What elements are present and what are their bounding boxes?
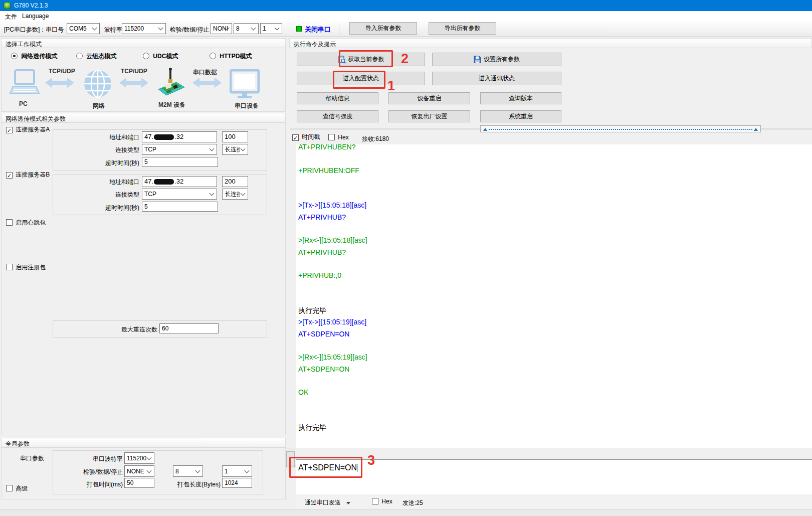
g-databits-select[interactable]: 8 <box>173 465 203 477</box>
databits-select[interactable]: 8 <box>234 23 259 34</box>
button-label: 进入配置状态 <box>343 74 379 83</box>
diagram-node-serial-label: 串口设备 <box>235 102 259 110</box>
server-a-conn-select[interactable]: 长连接 <box>222 144 248 155</box>
server-b-port-input[interactable]: 200 <box>222 176 248 187</box>
conn-value: 长连接 <box>225 145 240 154</box>
query-version-button[interactable]: 查询版本 <box>480 92 561 104</box>
type-value: TCP <box>144 146 156 153</box>
server-b-type-select[interactable]: TCP <box>142 189 217 200</box>
radio-mode-cloud[interactable]: 云组态模式 <box>76 53 114 62</box>
hex-label: Hex <box>381 498 392 505</box>
g-parity-select[interactable]: NONE <box>124 465 154 477</box>
server-a-ip-input[interactable]: 47..32 <box>142 131 217 142</box>
send-via-serial-button[interactable]: 通过串口发送 <box>305 498 350 507</box>
log-output[interactable]: AT+PRIVHUBEN? +PRIVHUBEN:OFF >[Tx->][15:… <box>296 144 812 448</box>
log-line <box>298 293 812 305</box>
log-line <box>298 153 812 164</box>
advanced-checkbox[interactable]: 高级 <box>6 485 26 494</box>
g-stopbits-select[interactable]: 1 <box>222 465 252 477</box>
hex-send-checkbox[interactable]: Hex <box>372 498 391 506</box>
m2m-device-icon <box>153 67 187 100</box>
reconnect-input[interactable]: 60 <box>159 323 219 333</box>
log-line: +PRIVHUB:,0 <box>298 270 812 281</box>
export-params-button[interactable]: 导出所有参数 <box>429 22 496 35</box>
server-b-checkbox[interactable]: ✓ 连接服务器B <box>6 171 48 180</box>
log-line: AT+PRIVHUBEN? <box>298 144 812 153</box>
radio-mode-transparent[interactable]: 网络透传模式 <box>11 53 55 62</box>
log-line: AT+PRIVHUB? <box>298 212 812 223</box>
pack-time-input[interactable]: 50 <box>124 478 154 488</box>
g-baud-select[interactable]: 115200 <box>124 452 154 464</box>
system-restart-button[interactable]: 系统重启 <box>480 110 561 122</box>
enter-comm-state-button[interactable]: 进入通讯状态 <box>432 72 561 85</box>
stopbits-select[interactable]: 1 <box>260 23 282 34</box>
network-globe-icon <box>83 69 112 98</box>
chevron-down-icon <box>241 146 246 151</box>
server-b-conn-select[interactable]: 长连接 <box>222 189 248 200</box>
checkbox-checked-icon: ✓ <box>292 134 299 141</box>
query-signal-button[interactable]: 查信号强度 <box>297 110 378 122</box>
server-a-type-select[interactable]: TCP <box>142 144 217 155</box>
log-line <box>298 375 812 387</box>
log-line: >[Rx<-][15:05:18][asc] <box>298 235 812 246</box>
radio-mode-udc[interactable]: UDC模式 <box>143 53 176 62</box>
ip-prefix: 47. <box>144 178 153 185</box>
splitter-dots <box>489 129 752 130</box>
radio-icon <box>210 53 216 59</box>
menu-language[interactable]: Language <box>22 13 49 20</box>
com-port-select[interactable]: COM5 <box>67 23 100 34</box>
chevron-down-icon <box>92 26 97 31</box>
close-serial-button[interactable]: 关闭串口 <box>305 25 331 34</box>
help-info-button[interactable]: 帮助信息 <box>297 92 378 104</box>
ip-redaction <box>154 179 174 185</box>
chevron-down-icon <box>251 26 256 31</box>
log-line <box>298 223 812 235</box>
checkbox-icon <box>6 219 13 226</box>
server-b-ip-input[interactable]: 47..32 <box>142 176 217 187</box>
work-mode-header-label: 选择工作模式 <box>6 40 42 49</box>
button-label: 进入通讯状态 <box>479 74 515 83</box>
device-restart-button[interactable]: 设备重启 <box>388 92 470 104</box>
server-b-timeout-input[interactable]: 5 <box>142 202 218 212</box>
factory-reset-button[interactable]: 恢复出厂设置 <box>388 110 470 122</box>
heartbeat-checkbox[interactable]: 启用心跳包 <box>6 219 44 228</box>
import-params-button[interactable]: 导入所有参数 <box>349 22 417 35</box>
set-all-params-button[interactable]: 设置所有参数 <box>432 53 561 66</box>
h-splitter-top[interactable] <box>480 125 761 132</box>
g-baud-value: 115200 <box>127 455 146 462</box>
diagram-node-net-label: 网络 <box>93 102 105 110</box>
addr-port-label: 地址和端口 <box>90 178 139 187</box>
doc-search-icon <box>338 56 346 64</box>
pc-serial-label: [PC串口参数]：串口号 <box>4 26 64 34</box>
server-a-checkbox[interactable]: ✓ 连接服务器A <box>6 126 48 135</box>
timestamp-checkbox[interactable]: ✓ 时间戳 <box>292 134 318 142</box>
enter-config-state-button[interactable]: 进入配置状态 <box>297 72 425 85</box>
arrow-left-right-icon <box>191 76 223 89</box>
floppy-save-icon <box>474 56 481 63</box>
chevron-down-icon <box>158 26 163 31</box>
log-lines: AT+PRIVHUBEN? +PRIVHUBEN:OFF >[Tx->][15:… <box>296 144 812 433</box>
ip-suffix: .32 <box>174 178 183 185</box>
triangle-up-icon <box>483 128 487 131</box>
radio-mode-httpd[interactable]: HTTPD模式 <box>210 53 250 62</box>
pack-len-input[interactable]: 1024 <box>222 478 252 488</box>
g-databits-value: 8 <box>175 468 179 475</box>
log-line: 执行完毕 <box>298 422 812 433</box>
server-a-port-input[interactable]: 100 <box>222 131 248 142</box>
radio-selected-icon <box>11 53 18 59</box>
conn-type-label: 连接类型 <box>90 191 139 199</box>
annotation-number-1: 1 <box>387 78 395 94</box>
register-checkbox[interactable]: 启用注册包 <box>6 264 44 273</box>
server-a-timeout-input[interactable]: 5 <box>142 157 218 167</box>
menu-file[interactable]: 文件 <box>5 13 17 21</box>
window-title: G780 V2.1.3 <box>14 2 48 9</box>
chevron-down-icon <box>241 191 246 196</box>
diagram-node-m2m-label: M2M 设备 <box>158 101 185 109</box>
parity-select[interactable]: NONI <box>211 23 232 34</box>
button-label: 系统重启 <box>509 112 533 121</box>
hex-recv-checkbox[interactable]: Hex <box>328 134 347 142</box>
annotation-number-2: 2 <box>401 51 409 67</box>
baud-select[interactable]: 115200 <box>122 23 166 34</box>
baud-value: 115200 <box>124 25 144 32</box>
radio-label: UDC模式 <box>153 53 178 60</box>
